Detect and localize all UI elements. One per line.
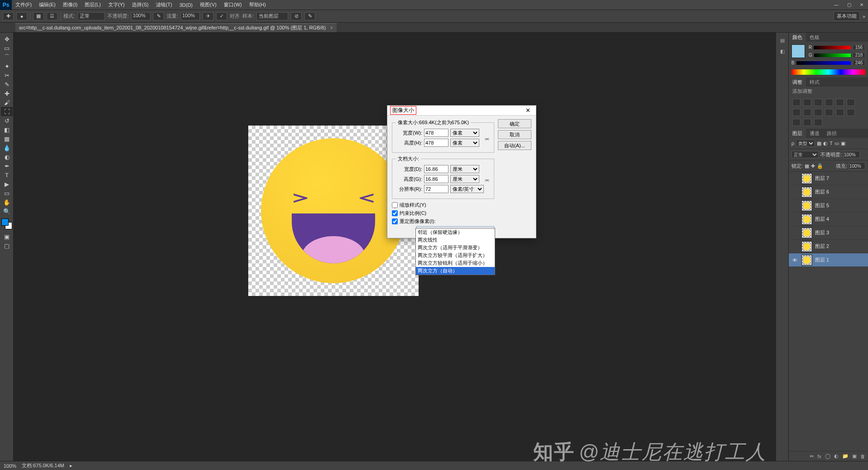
adj-invert-icon[interactable] (836, 109, 844, 116)
color-preview-swatch[interactable] (791, 44, 805, 58)
tab-close-icon[interactable]: × (330, 25, 333, 30)
menu-window[interactable]: 窗口(W) (220, 0, 246, 10)
workspace-chevron-icon[interactable]: » (863, 14, 865, 19)
resolution-unit-select[interactable]: 像素/英寸 (450, 185, 484, 193)
doc-info[interactable]: 文档:675.0K/6.14M (22, 462, 64, 469)
dropdown-item[interactable]: 两次线性 (416, 236, 495, 244)
menu-view[interactable]: 视图(V) (196, 0, 220, 10)
layer-row[interactable]: 图层 3 (789, 226, 868, 240)
filter-adjust-icon[interactable]: ◐ (823, 141, 828, 146)
blur-tool[interactable]: 💧 (1, 143, 13, 152)
eyedropper-tool[interactable]: ✎ (1, 80, 13, 89)
adj-hue-icon[interactable] (847, 99, 855, 106)
cancel-button[interactable]: 取消 (498, 130, 531, 139)
adj-gradient-map-icon[interactable] (803, 119, 811, 126)
width-unit-select[interactable]: 像素 (450, 129, 479, 137)
workspace-switcher[interactable]: 基本功能 (834, 11, 860, 21)
constrain-checkbox[interactable] (392, 210, 398, 216)
lock-pixels-icon[interactable]: ▦ (805, 163, 809, 169)
ok-button[interactable]: 确定 (498, 119, 531, 128)
fill-field[interactable] (849, 162, 865, 170)
b-slider[interactable] (796, 61, 851, 65)
crop-tool[interactable]: ✂ (1, 71, 13, 80)
stamp-tool[interactable]: ⛶ (1, 107, 13, 116)
dialog-close-icon[interactable]: ✕ (523, 107, 533, 114)
gradient-tool[interactable]: ▦ (1, 134, 13, 143)
brush-panel-icon[interactable]: ▦ (33, 12, 44, 20)
filter-text-icon[interactable]: T (829, 141, 833, 146)
filter-pixel-icon[interactable]: ▦ (817, 141, 821, 146)
tab-color[interactable]: 颜色 (789, 33, 806, 42)
eraser-tool[interactable]: ◧ (1, 125, 13, 134)
path-select-tool[interactable]: ▶ (1, 179, 13, 189)
tab-styles[interactable]: 样式 (806, 78, 823, 87)
tool-preset-icon[interactable]: ✚ (3, 12, 14, 20)
visibility-toggle[interactable]: 👁 (791, 257, 799, 263)
layer-row[interactable]: 图层 7 (789, 172, 868, 185)
new-layer-icon[interactable]: ▣ (852, 453, 857, 459)
layer-opacity-field[interactable] (844, 151, 860, 158)
adj-selective-color-icon[interactable] (814, 119, 822, 126)
new-group-icon[interactable]: 📁 (842, 453, 849, 459)
link-layers-icon[interactable]: ⇔ (810, 453, 814, 459)
filter-shape-icon[interactable]: ▭ (834, 141, 839, 146)
flow-field[interactable]: 100% (181, 12, 200, 20)
menu-filter[interactable]: 滤镜(T) (152, 0, 176, 10)
menu-edit[interactable]: 编辑(E) (35, 0, 59, 10)
brush-tool[interactable]: 🖌 (1, 98, 13, 107)
height-unit-select[interactable]: 像素 (450, 139, 479, 147)
adj-levels-icon[interactable] (803, 99, 811, 106)
marquee-tool[interactable]: ▭ (1, 44, 13, 53)
color-swatch[interactable] (1, 218, 12, 229)
doc-info-chevron-icon[interactable]: ▸ (70, 463, 72, 469)
foreground-color-swatch[interactable] (1, 218, 9, 226)
dodge-tool[interactable]: ◐ (1, 152, 13, 161)
menu-image[interactable]: 图像(I) (59, 0, 81, 10)
adj-channel-mixer-icon[interactable] (814, 109, 822, 116)
tab-channels[interactable]: 通道 (806, 129, 823, 138)
tab-paths[interactable]: 路径 (823, 129, 840, 138)
adj-lookup-icon[interactable] (825, 109, 833, 116)
airbrush-icon[interactable]: ✈ (203, 12, 213, 20)
properties-panel-icon[interactable]: ◧ (777, 46, 788, 56)
move-tool[interactable]: ✥ (1, 34, 13, 44)
g-value[interactable]: 218 (853, 52, 865, 58)
menu-3d[interactable]: 3D(D) (176, 0, 196, 10)
menu-select[interactable]: 选择(S) (128, 0, 152, 10)
dropdown-item[interactable]: 两次立方（自动） (416, 267, 495, 275)
close-button[interactable]: ✕ (855, 0, 868, 10)
doc-height-field[interactable] (424, 175, 448, 183)
dialog-titlebar[interactable]: 图像大小 ✕ (387, 106, 536, 116)
dropdown-item[interactable]: 两次立方较锐利（适用于缩小） (416, 259, 495, 267)
height-field[interactable] (424, 139, 448, 147)
link-doc-dimensions-icon[interactable]: ⫘ (484, 165, 490, 195)
dropdown-item[interactable]: 邻近（保留硬边缘） (416, 228, 495, 236)
adj-posterize-icon[interactable] (847, 109, 855, 116)
layer-row[interactable]: 图层 2 (789, 240, 868, 253)
shape-tool[interactable]: ▭ (1, 189, 13, 198)
lock-all-icon[interactable]: 🔒 (817, 163, 823, 169)
tab-adjustments[interactable]: 调整 (789, 78, 806, 87)
doc-height-unit-select[interactable]: 厘米 (450, 175, 479, 183)
layer-row[interactable]: 👁图层 1 (789, 253, 868, 267)
width-field[interactable] (424, 129, 448, 137)
layer-row[interactable]: 图层 5 (789, 199, 868, 213)
adj-curves-icon[interactable] (814, 99, 822, 106)
zoom-level[interactable]: 100% (4, 463, 16, 469)
minimize-button[interactable]: — (830, 0, 843, 10)
adj-exposure-icon[interactable] (825, 99, 833, 106)
doc-width-unit-select[interactable]: 厘米 (450, 165, 479, 173)
adj-bw-icon[interactable] (792, 109, 800, 116)
layer-filter-kind[interactable]: 类型 (796, 140, 815, 147)
history-brush-tool[interactable]: ↺ (1, 116, 13, 125)
lasso-tool[interactable]: ⌒ (1, 53, 13, 62)
scale-styles-checkbox[interactable] (392, 202, 398, 208)
r-value[interactable]: 156 (853, 44, 865, 50)
pen-tool[interactable]: ✒ (1, 161, 13, 170)
menu-layer[interactable]: 图层(L) (81, 0, 104, 10)
lock-position-icon[interactable]: ✚ (811, 163, 815, 169)
menu-type[interactable]: 文字(Y) (105, 0, 129, 10)
g-slider[interactable] (814, 53, 851, 57)
tab-swatches[interactable]: 色板 (806, 33, 823, 42)
resolution-field[interactable] (424, 185, 448, 193)
